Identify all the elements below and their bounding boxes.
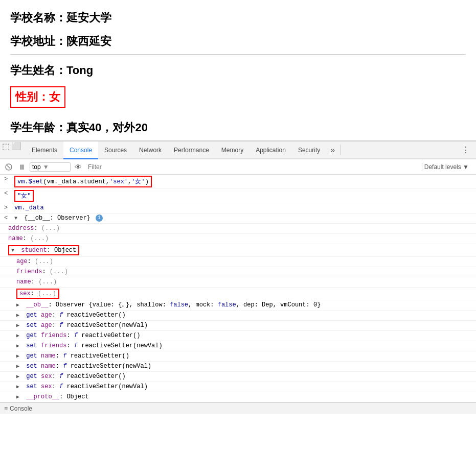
bottom-bar-label: Console (10, 405, 32, 412)
student-friends-prop: friends: (...) (0, 267, 476, 277)
devtools-menu-button[interactable]: ⋮ (458, 141, 474, 158)
input-arrow-1: > (4, 176, 12, 183)
vm-set-func: vm.$set (17, 178, 43, 185)
console-line-output1: < "女" (0, 189, 476, 203)
bottom-bar: ≡ Console (0, 402, 476, 414)
console-cmd2-text: vm._data (14, 204, 472, 211)
get-sex-prop: get sex: f reactiveGetter() (0, 372, 476, 382)
bottom-bar-icon: ≡ (4, 405, 8, 412)
student-name: 学生姓名：Tong (10, 63, 466, 78)
get-name-prop: get name: f reactiveGetter() (0, 351, 476, 362)
default-levels-dropdown[interactable]: Default levels ▼ (424, 163, 473, 171)
console-toolbar: ⏸ top ▼ 👁 Default levels ▼ (0, 159, 476, 175)
svg-line-1 (7, 165, 10, 169)
tab-sources[interactable]: Sources (98, 141, 133, 159)
eye-icon[interactable]: 👁 (73, 161, 84, 173)
output-arrow-1: < (4, 190, 12, 197)
gender-box: 性别：女 (10, 86, 65, 108)
student-age-prop: age: (...) (0, 257, 476, 267)
observer-root: {__ob__: Observer} i (14, 215, 472, 222)
context-dropdown-icon: ▼ (43, 163, 49, 171)
get-age-prop: get age: f reactiveGetter() (0, 311, 476, 321)
page-content: 学校名称：延安大学 学校地址：陕西延安 学生姓名：Tong 性别：女 学生年龄：… (0, 0, 476, 141)
get-friends-prop: get friends: f reactiveGetter() (0, 331, 476, 341)
inspect-icon[interactable]: ⬚ (2, 141, 10, 158)
school-name: 学校名称：延安大学 (10, 10, 466, 26)
tab-separator (340, 145, 341, 155)
execution-context-select[interactable]: top ▼ (30, 162, 71, 172)
console-line-observer: < {__ob__: Observer} i (0, 213, 476, 224)
tab-application[interactable]: Application (250, 141, 292, 159)
student-expand[interactable] (11, 247, 17, 254)
output-arrow-2: < (4, 215, 12, 222)
set-age-prop: set age: f reactiveSetter(newVal) (0, 321, 476, 331)
observer-address: address: (...) (0, 224, 476, 234)
clear-console-button[interactable] (3, 161, 14, 173)
tab-elements[interactable]: Elements (26, 141, 63, 159)
pause-exceptions-button[interactable]: ⏸ (16, 161, 28, 173)
student-name-prop: name: (...) (0, 277, 476, 288)
observer-student: student: Object (0, 244, 476, 257)
input-arrow-2: > (4, 204, 12, 211)
tab-network[interactable]: Network (133, 141, 168, 159)
ob-expand[interactable] (16, 301, 22, 308)
more-tabs-button[interactable]: » (326, 141, 339, 158)
devtools-tabs: ⬚ ⬜ Elements Console Sources Network Per… (0, 141, 476, 159)
student-age: 学生年龄：真实40，对外20 (10, 120, 466, 135)
student-proto-prop: __proto__: Object (0, 392, 476, 402)
console-cmd1-text: vm.$set(vm._data.student,'sex','女') (14, 176, 472, 187)
tab-security[interactable]: Security (292, 141, 326, 159)
student-sex-prop: sex: (...) (0, 288, 476, 300)
console-line-cmd2: > vm._data (0, 203, 476, 213)
console-line-cmd1: > vm.$set(vm._data.student,'sex','女') (0, 175, 476, 189)
console-output: > vm.$set(vm._data.student,'sex','女') < … (0, 175, 476, 402)
device-icon[interactable]: ⬜ (12, 141, 21, 158)
set-name-prop: set name: f reactiveSetter(newVal) (0, 362, 476, 372)
tab-console[interactable]: Console (63, 141, 98, 159)
gender-text: 性别：女 (15, 90, 60, 103)
student-ob-prop: __ob__: Observer {value: {…}, shallow: f… (0, 300, 476, 311)
toolbar-separator (422, 163, 422, 171)
set-friends-prop: set friends: f reactiveSetter(newVal) (0, 341, 476, 351)
divider (10, 54, 466, 55)
console-output1-text: "女" (14, 190, 472, 202)
observer-name: name: (...) (0, 234, 476, 244)
tab-performance[interactable]: Performance (168, 141, 215, 159)
tab-memory[interactable]: Memory (215, 141, 250, 159)
school-address: 学校地址：陕西延安 (10, 34, 466, 49)
observer-expand[interactable] (14, 215, 20, 222)
set-sex-prop: set sex: f reactiveSetter(newVal) (0, 382, 476, 392)
devtools-panel: ⬚ ⬜ Elements Console Sources Network Per… (0, 141, 476, 414)
info-icon[interactable]: i (96, 215, 103, 222)
console-filter-input[interactable] (86, 163, 420, 171)
